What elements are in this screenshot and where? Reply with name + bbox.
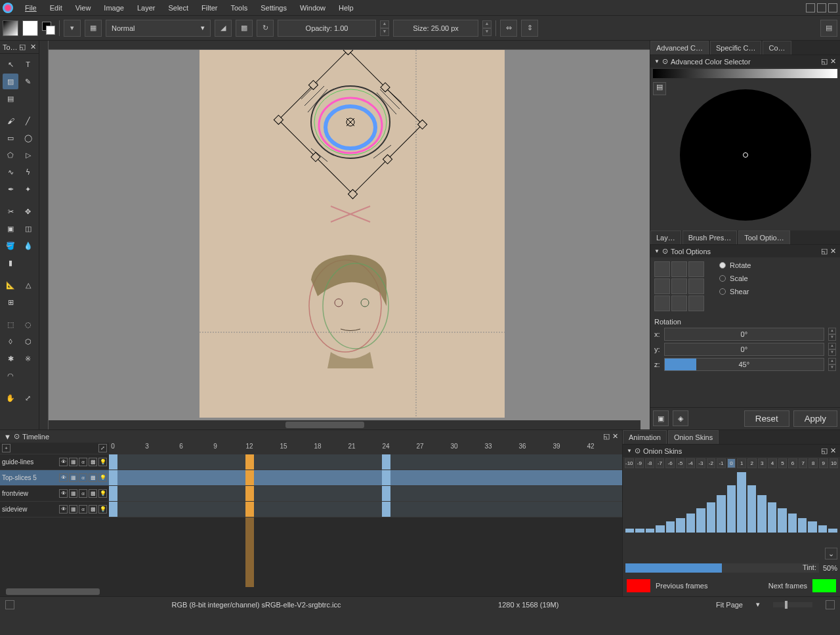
size-spinner[interactable]: ▲▼: [482, 20, 492, 36]
select-rect-tool[interactable]: ⬚: [3, 317, 18, 332]
polygon-tool[interactable]: ⬠: [3, 147, 18, 163]
window-maximize-icon[interactable]: [817, 3, 826, 12]
fit-page-dropdown[interactable]: Fit Page: [716, 601, 743, 609]
advanced-color-header[interactable]: ▼⊙Advanced Color Selector ◱ ✕: [650, 55, 840, 68]
fullscreen-button[interactable]: [826, 600, 835, 609]
timeline-layer-sideview[interactable]: sideview👁▦α▩💡: [0, 502, 109, 517]
mode-shear-radio[interactable]: Shear: [719, 288, 751, 296]
value-strip[interactable]: [653, 69, 837, 78]
select-poly-tool[interactable]: ⬡: [20, 334, 36, 349]
onion-frame-buttons[interactable]: -10-9-8-7-6-5-4-3-2-1012345678910: [623, 457, 840, 470]
reload-preset-button[interactable]: ↻: [257, 20, 274, 37]
panel-float-icon[interactable]: ◱: [821, 57, 828, 66]
select-bezier-tool[interactable]: ◠: [3, 368, 18, 383]
grid-tool[interactable]: ⊞: [3, 294, 18, 310]
toolbox-close-icon[interactable]: ✕: [30, 43, 36, 51]
timeline-layer-guide-lines[interactable]: guide-lines👁▦α▩💡: [0, 454, 109, 470]
color-picker-tool[interactable]: 💧: [20, 238, 36, 253]
dynamic-brush-tool[interactable]: ✦: [20, 181, 36, 197]
move-tool[interactable]: ↖: [3, 56, 18, 72]
color-options-button[interactable]: ▤: [653, 82, 666, 95]
toolbox-float-icon[interactable]: ◱: [19, 43, 26, 51]
pan-tool[interactable]: ✋: [3, 390, 18, 406]
pattern-edit-tool[interactable]: ▤: [3, 91, 18, 106]
workspace-chooser-button[interactable]: ▤: [820, 20, 837, 37]
opacity-input[interactable]: Opacity: 1.00: [278, 20, 376, 37]
apply-button[interactable]: Apply: [793, 410, 837, 427]
crop-tool[interactable]: ✂: [3, 204, 18, 219]
color-wheel[interactable]: [680, 89, 811, 221]
anchor-grid[interactable]: [654, 261, 704, 311]
selection-info-icon[interactable]: [5, 600, 14, 609]
canvas-document[interactable]: [200, 50, 505, 418]
gradient-tool[interactable]: ▮: [3, 255, 18, 271]
menu-image[interactable]: Image: [97, 2, 131, 14]
canvas-hscrollbar[interactable]: [49, 420, 640, 429]
menu-select[interactable]: Select: [161, 2, 195, 14]
pattern-swatch-icon[interactable]: [22, 20, 38, 36]
edit-shapes-tool[interactable]: ✎: [20, 74, 36, 89]
brush-preset-button[interactable]: ▾: [64, 20, 81, 37]
opacity-spinner[interactable]: ▲▼: [380, 20, 389, 36]
vertical-ruler[interactable]: [39, 41, 49, 429]
onion-close-icon[interactable]: ✕: [830, 447, 836, 455]
tint-slider[interactable]: Tint: 50%: [623, 561, 840, 575]
tab-advanced-color[interactable]: Advanced C…: [650, 41, 709, 55]
brush-tool[interactable]: 🖌: [3, 113, 18, 129]
timeline-float-icon[interactable]: ◱: [603, 432, 610, 441]
timeline-tracks[interactable]: 03691215182124273033363942: [109, 443, 622, 587]
tab-specific-color[interactable]: Specific C…: [710, 41, 762, 55]
window-close-icon[interactable]: [828, 3, 837, 12]
menu-tools[interactable]: Tools: [224, 2, 255, 14]
polyline-tool[interactable]: ▷: [20, 147, 36, 163]
transform-tool[interactable]: ▨: [3, 74, 18, 89]
timeline-config-button[interactable]: ⤢: [98, 444, 107, 452]
tool-options-header[interactable]: ▼⊙Tool Options ◱ ✕: [650, 245, 840, 257]
gradient-swatch-icon[interactable]: [3, 20, 18, 36]
prev-frames-color[interactable]: [627, 579, 650, 592]
canvas-viewport[interactable]: [49, 50, 650, 420]
tab-color[interactable]: Co…: [763, 41, 791, 55]
blend-mode-dropdown[interactable]: Normal▾: [106, 20, 211, 37]
menu-file[interactable]: File: [18, 2, 43, 14]
mode-rotate-radio[interactable]: Rotate: [719, 261, 751, 269]
brush-editor-button[interactable]: ▦: [85, 20, 102, 37]
timeline-hscrollbar[interactable]: [0, 587, 622, 596]
panel-close-icon[interactable]: ✕: [830, 57, 836, 66]
line-tool[interactable]: ╱: [20, 113, 36, 129]
fgbg-swatch-icon[interactable]: [42, 22, 55, 35]
menu-edit[interactable]: Edit: [43, 2, 69, 14]
calligraphy-tool[interactable]: ✒: [3, 181, 18, 197]
onion-float-icon[interactable]: ◱: [821, 447, 828, 455]
mirror-v-button[interactable]: ⇕: [521, 20, 538, 37]
timeline-close-icon[interactable]: ✕: [612, 432, 618, 441]
tooloptions-close-icon[interactable]: ✕: [830, 247, 836, 255]
timeline-ruler[interactable]: 03691215182124273033363942: [109, 443, 622, 454]
canvas-area[interactable]: [39, 41, 650, 429]
select-freehand-tool[interactable]: ◊: [3, 334, 18, 349]
onion-header[interactable]: ▼⊙Onion Skins ◱ ✕: [623, 445, 840, 457]
rotation-z-input[interactable]: z:45°▲▼: [654, 358, 836, 371]
alpha-lock-button[interactable]: ▩: [236, 20, 253, 37]
brush-size-input[interactable]: Size: 25.00 px: [393, 20, 478, 37]
next-frames-color[interactable]: [812, 579, 836, 592]
mode-scale-radio[interactable]: Scale: [719, 274, 751, 282]
mirror-h-button[interactable]: ⇔: [500, 20, 517, 37]
tooloptions-float-icon[interactable]: ◱: [821, 247, 828, 255]
tab-brush-presets[interactable]: Brush Pres…: [682, 230, 737, 244]
tab-tool-options[interactable]: Tool Optio…: [738, 230, 790, 244]
onion-expand-button[interactable]: ⌄: [825, 548, 837, 559]
menu-settings[interactable]: Settings: [254, 2, 293, 14]
select-similar-tool[interactable]: ※: [20, 351, 36, 366]
select-ellipse-tool[interactable]: ◌: [20, 317, 36, 332]
timeline-layer-top-slices[interactable]: Top-slices 5👁▦α▩💡: [0, 470, 109, 486]
assistant-tool[interactable]: △: [20, 277, 36, 293]
fill-tool[interactable]: 🪣: [3, 238, 18, 253]
menu-layer[interactable]: Layer: [131, 2, 162, 14]
tab-onion-skins[interactable]: Onion Skins: [668, 430, 719, 444]
zoom-tool[interactable]: ⤢: [20, 390, 36, 406]
perspective-tool[interactable]: ◫: [20, 221, 36, 236]
onion-opacity-bars[interactable]: [623, 470, 840, 535]
rotation-x-input[interactable]: x:0°▲▼: [654, 328, 836, 341]
menu-window[interactable]: Window: [293, 2, 332, 14]
